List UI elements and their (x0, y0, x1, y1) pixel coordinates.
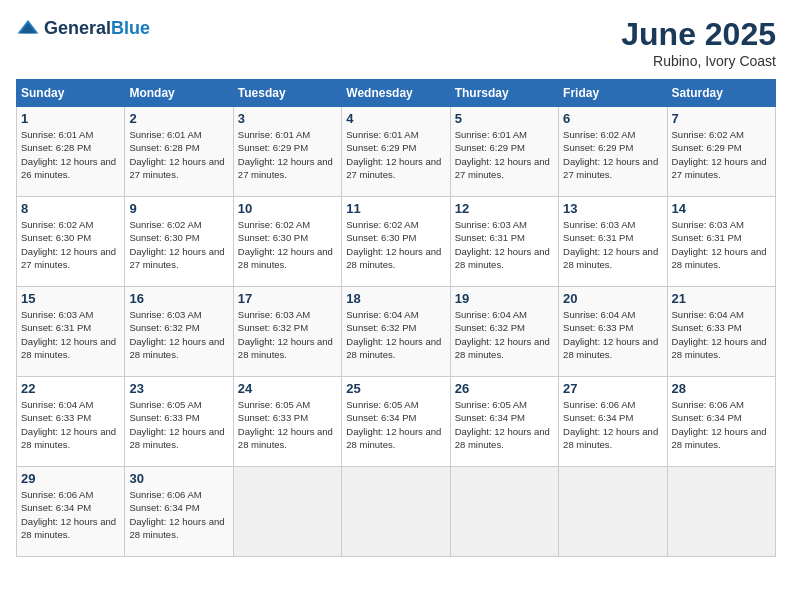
day-number: 7 (672, 111, 771, 126)
day-info: Sunrise: 6:01 AM Sunset: 6:29 PM Dayligh… (455, 128, 554, 181)
title-area: June 2025 Rubino, Ivory Coast (621, 16, 776, 69)
calendar-day-cell: 6 Sunrise: 6:02 AM Sunset: 6:29 PM Dayli… (559, 107, 667, 197)
day-number: 4 (346, 111, 445, 126)
day-number: 24 (238, 381, 337, 396)
day-info: Sunrise: 6:06 AM Sunset: 6:34 PM Dayligh… (672, 398, 771, 451)
weekday-header: Friday (559, 80, 667, 107)
day-info: Sunrise: 6:05 AM Sunset: 6:34 PM Dayligh… (346, 398, 445, 451)
day-info: Sunrise: 6:04 AM Sunset: 6:33 PM Dayligh… (563, 308, 662, 361)
day-info: Sunrise: 6:05 AM Sunset: 6:33 PM Dayligh… (129, 398, 228, 451)
calendar-day-cell: 28 Sunrise: 6:06 AM Sunset: 6:34 PM Dayl… (667, 377, 775, 467)
weekday-header: Sunday (17, 80, 125, 107)
day-number: 11 (346, 201, 445, 216)
calendar-day-cell (450, 467, 558, 557)
calendar-day-cell: 25 Sunrise: 6:05 AM Sunset: 6:34 PM Dayl… (342, 377, 450, 467)
page-header: General Blue June 2025 Rubino, Ivory Coa… (16, 16, 776, 69)
calendar-day-cell: 10 Sunrise: 6:02 AM Sunset: 6:30 PM Dayl… (233, 197, 341, 287)
day-info: Sunrise: 6:01 AM Sunset: 6:28 PM Dayligh… (21, 128, 120, 181)
calendar-day-cell: 11 Sunrise: 6:02 AM Sunset: 6:30 PM Dayl… (342, 197, 450, 287)
day-info: Sunrise: 6:06 AM Sunset: 6:34 PM Dayligh… (563, 398, 662, 451)
weekday-header-row: SundayMondayTuesdayWednesdayThursdayFrid… (17, 80, 776, 107)
calendar-week-row: 29 Sunrise: 6:06 AM Sunset: 6:34 PM Dayl… (17, 467, 776, 557)
day-number: 19 (455, 291, 554, 306)
day-info: Sunrise: 6:01 AM Sunset: 6:29 PM Dayligh… (238, 128, 337, 181)
calendar-day-cell: 13 Sunrise: 6:03 AM Sunset: 6:31 PM Dayl… (559, 197, 667, 287)
day-number: 14 (672, 201, 771, 216)
calendar-day-cell: 14 Sunrise: 6:03 AM Sunset: 6:31 PM Dayl… (667, 197, 775, 287)
day-info: Sunrise: 6:04 AM Sunset: 6:33 PM Dayligh… (672, 308, 771, 361)
day-number: 9 (129, 201, 228, 216)
calendar-day-cell: 5 Sunrise: 6:01 AM Sunset: 6:29 PM Dayli… (450, 107, 558, 197)
calendar-day-cell: 29 Sunrise: 6:06 AM Sunset: 6:34 PM Dayl… (17, 467, 125, 557)
day-info: Sunrise: 6:05 AM Sunset: 6:33 PM Dayligh… (238, 398, 337, 451)
location-subtitle: Rubino, Ivory Coast (621, 53, 776, 69)
weekday-header: Saturday (667, 80, 775, 107)
calendar-day-cell: 24 Sunrise: 6:05 AM Sunset: 6:33 PM Dayl… (233, 377, 341, 467)
calendar-day-cell: 17 Sunrise: 6:03 AM Sunset: 6:32 PM Dayl… (233, 287, 341, 377)
day-number: 26 (455, 381, 554, 396)
calendar-day-cell: 22 Sunrise: 6:04 AM Sunset: 6:33 PM Dayl… (17, 377, 125, 467)
calendar-day-cell (559, 467, 667, 557)
day-info: Sunrise: 6:04 AM Sunset: 6:32 PM Dayligh… (346, 308, 445, 361)
calendar-day-cell: 2 Sunrise: 6:01 AM Sunset: 6:28 PM Dayli… (125, 107, 233, 197)
day-number: 28 (672, 381, 771, 396)
day-info: Sunrise: 6:02 AM Sunset: 6:30 PM Dayligh… (238, 218, 337, 271)
day-number: 21 (672, 291, 771, 306)
calendar-day-cell: 4 Sunrise: 6:01 AM Sunset: 6:29 PM Dayli… (342, 107, 450, 197)
day-number: 2 (129, 111, 228, 126)
calendar-day-cell: 19 Sunrise: 6:04 AM Sunset: 6:32 PM Dayl… (450, 287, 558, 377)
day-info: Sunrise: 6:03 AM Sunset: 6:31 PM Dayligh… (21, 308, 120, 361)
calendar-day-cell: 27 Sunrise: 6:06 AM Sunset: 6:34 PM Dayl… (559, 377, 667, 467)
day-number: 1 (21, 111, 120, 126)
day-number: 10 (238, 201, 337, 216)
calendar-week-row: 8 Sunrise: 6:02 AM Sunset: 6:30 PM Dayli… (17, 197, 776, 287)
day-info: Sunrise: 6:03 AM Sunset: 6:31 PM Dayligh… (672, 218, 771, 271)
day-info: Sunrise: 6:03 AM Sunset: 6:31 PM Dayligh… (563, 218, 662, 271)
day-info: Sunrise: 6:02 AM Sunset: 6:30 PM Dayligh… (21, 218, 120, 271)
month-year-title: June 2025 (621, 16, 776, 53)
day-info: Sunrise: 6:03 AM Sunset: 6:32 PM Dayligh… (129, 308, 228, 361)
day-info: Sunrise: 6:03 AM Sunset: 6:31 PM Dayligh… (455, 218, 554, 271)
calendar-day-cell (667, 467, 775, 557)
day-number: 8 (21, 201, 120, 216)
day-info: Sunrise: 6:05 AM Sunset: 6:34 PM Dayligh… (455, 398, 554, 451)
day-info: Sunrise: 6:02 AM Sunset: 6:30 PM Dayligh… (129, 218, 228, 271)
day-number: 17 (238, 291, 337, 306)
calendar-week-row: 22 Sunrise: 6:04 AM Sunset: 6:33 PM Dayl… (17, 377, 776, 467)
logo: General Blue (16, 16, 150, 40)
day-number: 29 (21, 471, 120, 486)
day-number: 22 (21, 381, 120, 396)
day-number: 20 (563, 291, 662, 306)
calendar-day-cell: 15 Sunrise: 6:03 AM Sunset: 6:31 PM Dayl… (17, 287, 125, 377)
calendar-day-cell: 9 Sunrise: 6:02 AM Sunset: 6:30 PM Dayli… (125, 197, 233, 287)
day-info: Sunrise: 6:02 AM Sunset: 6:30 PM Dayligh… (346, 218, 445, 271)
day-number: 6 (563, 111, 662, 126)
calendar-day-cell: 30 Sunrise: 6:06 AM Sunset: 6:34 PM Dayl… (125, 467, 233, 557)
day-number: 16 (129, 291, 228, 306)
day-info: Sunrise: 6:01 AM Sunset: 6:28 PM Dayligh… (129, 128, 228, 181)
calendar-day-cell: 16 Sunrise: 6:03 AM Sunset: 6:32 PM Dayl… (125, 287, 233, 377)
calendar-week-row: 15 Sunrise: 6:03 AM Sunset: 6:31 PM Dayl… (17, 287, 776, 377)
calendar-day-cell: 1 Sunrise: 6:01 AM Sunset: 6:28 PM Dayli… (17, 107, 125, 197)
day-info: Sunrise: 6:06 AM Sunset: 6:34 PM Dayligh… (129, 488, 228, 541)
day-info: Sunrise: 6:04 AM Sunset: 6:33 PM Dayligh… (21, 398, 120, 451)
day-info: Sunrise: 6:02 AM Sunset: 6:29 PM Dayligh… (563, 128, 662, 181)
day-number: 5 (455, 111, 554, 126)
calendar-day-cell: 12 Sunrise: 6:03 AM Sunset: 6:31 PM Dayl… (450, 197, 558, 287)
calendar-day-cell: 23 Sunrise: 6:05 AM Sunset: 6:33 PM Dayl… (125, 377, 233, 467)
day-number: 13 (563, 201, 662, 216)
day-number: 27 (563, 381, 662, 396)
day-number: 12 (455, 201, 554, 216)
day-number: 3 (238, 111, 337, 126)
logo-general-text: General (44, 18, 111, 39)
calendar-week-row: 1 Sunrise: 6:01 AM Sunset: 6:28 PM Dayli… (17, 107, 776, 197)
logo-icon (16, 16, 40, 40)
calendar-day-cell: 18 Sunrise: 6:04 AM Sunset: 6:32 PM Dayl… (342, 287, 450, 377)
weekday-header: Tuesday (233, 80, 341, 107)
calendar-day-cell: 21 Sunrise: 6:04 AM Sunset: 6:33 PM Dayl… (667, 287, 775, 377)
day-info: Sunrise: 6:03 AM Sunset: 6:32 PM Dayligh… (238, 308, 337, 361)
calendar-table: SundayMondayTuesdayWednesdayThursdayFrid… (16, 79, 776, 557)
calendar-day-cell (342, 467, 450, 557)
calendar-day-cell: 20 Sunrise: 6:04 AM Sunset: 6:33 PM Dayl… (559, 287, 667, 377)
calendar-day-cell: 26 Sunrise: 6:05 AM Sunset: 6:34 PM Dayl… (450, 377, 558, 467)
